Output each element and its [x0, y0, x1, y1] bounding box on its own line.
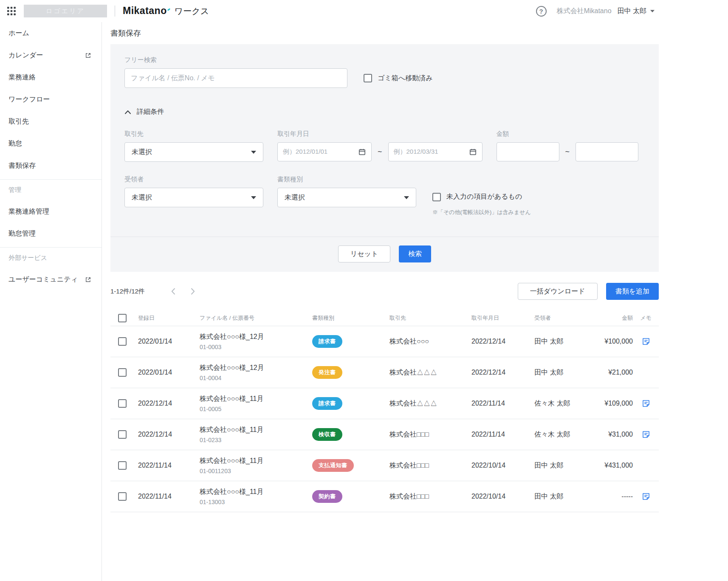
brand-suffix: ワークス — [175, 6, 209, 17]
free-search-input[interactable] — [124, 68, 347, 88]
header-memo: メモ — [633, 314, 659, 322]
header-amount: 金額 — [590, 314, 633, 322]
toolbar-actions: 一括ダウンロード 書類を追加 — [518, 283, 659, 300]
cell-file: 株式会社○○○様_11月 01-0233 — [192, 426, 305, 443]
missing-checkbox[interactable] — [432, 193, 441, 201]
sidebar-item-label: ホーム — [8, 29, 29, 38]
sidebar-section-label: 管理 — [8, 186, 21, 194]
cell-recipient: 田中 太郎 — [527, 492, 590, 501]
date-to-input[interactable]: 例）2012/03/31 — [388, 142, 483, 161]
amount-label: 金額 — [497, 130, 639, 138]
header-doctype: 書類種別 — [305, 314, 382, 322]
recipient-label: 受領者 — [124, 175, 263, 183]
caret-down-icon — [251, 196, 256, 199]
amount-from-input[interactable] — [497, 142, 559, 161]
user-name: 田中 太郎 — [618, 7, 646, 16]
sidebar-item-user-community[interactable]: ユーザーコミュニティ — [0, 268, 102, 290]
caret-down-icon — [404, 196, 409, 199]
sidebar-item-label: 取引先 — [8, 117, 29, 126]
missing-note: ※「その他(電帳法以外)」は含みません — [432, 209, 531, 216]
doctype-badge: 検収書 — [312, 428, 342, 441]
date-from-input[interactable]: 例）2012/01/01 — [277, 142, 372, 161]
brand-accent-icon — [167, 8, 170, 11]
topbar-right: ? 株式会社Mikatano 田中 太郎 — [536, 6, 655, 17]
sidebar-item-calendar[interactable]: カレンダー — [0, 44, 102, 66]
cell-amount: ¥109,000 — [590, 400, 633, 407]
cell-registered: 2022/12/14 — [130, 400, 192, 407]
cell-registered: 2022/11/14 — [130, 493, 192, 500]
calendar-icon — [358, 148, 366, 156]
prev-page-button[interactable] — [171, 288, 175, 295]
row-checkbox[interactable] — [118, 430, 127, 439]
header-recipient: 受領者 — [527, 314, 590, 322]
doctype-select[interactable]: 未選択 — [277, 188, 416, 207]
user-menu[interactable]: 田中 太郎 — [618, 7, 655, 16]
doctype-badge: 請求書 — [312, 335, 342, 348]
cell-trade-date: 2022/11/14 — [464, 400, 527, 407]
trash-checkbox[interactable] — [364, 74, 372, 82]
sidebar-item-label: 勤怠 — [8, 139, 22, 148]
memo-icon[interactable] — [642, 492, 650, 501]
sidebar-item-documents[interactable]: 書類保存 — [0, 155, 102, 177]
calendar-icon — [469, 148, 477, 156]
doctype-badge: 支払通知書 — [312, 459, 354, 472]
table-row[interactable]: 2022/11/14 株式会社○○○様_11月 01-0011203 支払通知書… — [110, 450, 659, 481]
table-row[interactable]: 2022/12/14 株式会社○○○様_11月 01-0233 検収書 株式会社… — [110, 419, 659, 450]
memo-icon[interactable] — [642, 399, 650, 408]
row-checkbox[interactable] — [118, 368, 127, 377]
partner-select-value: 未選択 — [132, 148, 152, 157]
main-content: 書類保存 フリー検索 ゴミ箱へ移動済み 詳細条件 — [102, 22, 659, 581]
header-trade-date: 取引年月日 — [464, 314, 527, 322]
sidebar-item-attendance[interactable]: 勤怠 — [0, 133, 102, 155]
cell-file: 株式会社○○○様_12月 01-0004 — [192, 364, 305, 381]
sidebar-item-business-contact-admin[interactable]: 業務連絡管理 — [0, 200, 102, 223]
result-count: 1-12件/12件 — [110, 288, 145, 296]
cell-file: 株式会社○○○様_11月 01-0005 — [192, 395, 305, 412]
table-row[interactable]: 2022/11/14 株式会社○○○様_11月 01-13003 契約書 株式会… — [110, 481, 659, 512]
row-checkbox[interactable] — [118, 399, 127, 408]
chevron-left-icon — [171, 288, 175, 295]
cell-partner: 株式会社□□□ — [382, 430, 464, 439]
recipient-select[interactable]: 未選択 — [124, 188, 263, 207]
slip-number: 01-13003 — [200, 499, 305, 505]
row-checkbox[interactable] — [118, 492, 127, 501]
details-toggle[interactable]: 詳細条件 — [124, 107, 645, 116]
bulk-download-button[interactable]: 一括ダウンロード — [518, 283, 598, 300]
table-header: 登録日 ファイル名 / 伝票番号 書類種別 取引先 取引年月日 受領者 金額 メ… — [110, 310, 659, 326]
search-button[interactable]: 検索 — [399, 245, 431, 262]
sidebar-item-partners[interactable]: 取引先 — [0, 110, 102, 133]
help-icon[interactable]: ? — [536, 6, 547, 17]
sidebar-item-attendance-admin[interactable]: 勤怠管理 — [0, 223, 102, 245]
memo-icon[interactable] — [642, 430, 650, 439]
sidebar-item-label: 書類保存 — [8, 161, 36, 170]
table-row[interactable]: 2022/01/14 株式会社○○○様_12月 01-0004 発注書 株式会社… — [110, 357, 659, 388]
select-all-checkbox[interactable] — [118, 314, 127, 322]
doctype-badge: 請求書 — [312, 397, 342, 410]
sidebar-item-business-contact[interactable]: 業務連絡 — [0, 66, 102, 88]
topbar-divider — [115, 6, 115, 17]
brand-name: Mikatano — [123, 5, 167, 17]
sidebar-section-label: 外部サービス — [8, 254, 47, 262]
table-row[interactable]: 2022/01/14 株式会社○○○様_12月 01-0003 請求書 株式会社… — [110, 326, 659, 357]
app-grid-icon[interactable] — [6, 6, 17, 17]
file-name: 株式会社○○○様_11月 — [200, 395, 305, 403]
row-checkbox[interactable] — [118, 337, 127, 346]
memo-icon[interactable] — [642, 337, 650, 346]
cell-recipient: 佐々木 太郎 — [527, 430, 590, 439]
sidebar-item-workflow[interactable]: ワークフロー — [0, 88, 102, 110]
company-name: 株式会社Mikatano — [557, 7, 612, 16]
cell-partner: 株式会社○○○ — [382, 337, 464, 346]
cell-registered: 2022/11/14 — [130, 462, 192, 469]
cell-trade-date: 2022/10/14 — [464, 462, 527, 469]
partner-select[interactable]: 未選択 — [124, 142, 263, 162]
add-document-button[interactable]: 書類を追加 — [606, 283, 659, 300]
reset-button[interactable]: リセット — [338, 245, 391, 262]
amount-to-input[interactable] — [576, 142, 638, 161]
file-name: 株式会社○○○様_12月 — [200, 333, 305, 341]
row-checkbox[interactable] — [118, 461, 127, 470]
cell-amount: ¥431,000 — [590, 462, 633, 469]
sidebar-item-home[interactable]: ホーム — [0, 22, 102, 44]
brand-logo: Mikatano ワークス — [123, 5, 209, 17]
table-row[interactable]: 2022/12/14 株式会社○○○様_11月 01-0005 請求書 株式会社… — [110, 388, 659, 419]
next-page-button[interactable] — [191, 288, 195, 295]
